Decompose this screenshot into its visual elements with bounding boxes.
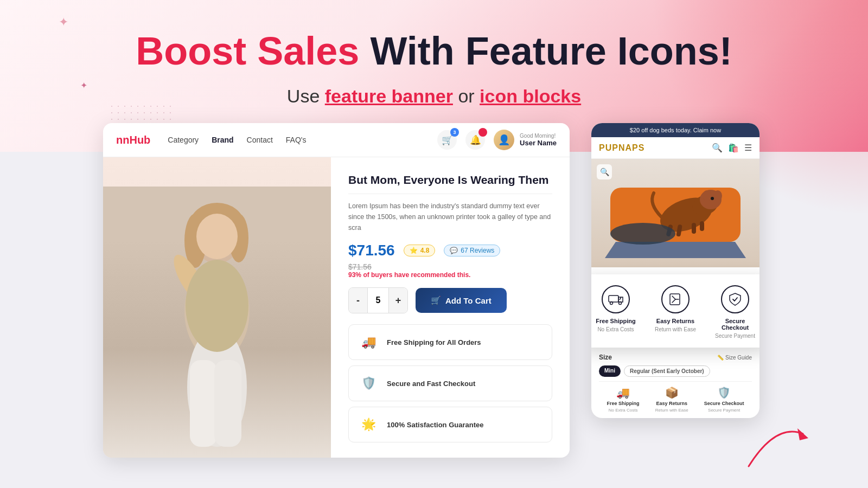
svg-point-16 — [703, 190, 711, 201]
svg-marker-28 — [797, 428, 808, 440]
feature-guarantee: 🌟 100% Satisfaction Guarantee — [348, 407, 552, 442]
mobile-feature-row: 🚚 Free Shipping No Extra Costs 📦 Easy Re… — [599, 381, 752, 413]
feature-icons-card: Free Shipping No Extra Costs Easy Return… — [591, 274, 760, 348]
svg-point-26 — [619, 302, 622, 305]
nav-links: Category Brand Contact FAQ's — [168, 136, 420, 144]
size-guide-link[interactable]: 📏 Size Guide — [717, 355, 752, 361]
size-regular[interactable]: Regular (Sent Early October) — [624, 365, 710, 377]
size-mini[interactable]: Mini — [599, 365, 621, 377]
svg-rect-9 — [214, 360, 241, 447]
fic-returns: Easy Returns Return with Ease — [654, 285, 697, 339]
svg-marker-12 — [605, 242, 746, 258]
cart-icon-btn[interactable]: 🛒 3 — [437, 130, 457, 150]
desktop-mockup: nnHub Category Brand Contact FAQ's 🛒 3 🔔… — [103, 123, 570, 458]
dog-svg — [599, 160, 751, 266]
brand-logo: nnHub — [116, 134, 150, 146]
cart-badge: 3 — [450, 128, 459, 137]
mobile-zoom-btn[interactable]: 🔍 — [597, 164, 612, 179]
mobile-nav: PUPNAPS 🔍 🛍️ ☰ — [591, 137, 760, 159]
nav-right: 🛒 3 🔔 👤 Good Morning! User Name — [437, 130, 557, 150]
mobile-cart-icon[interactable]: 🛍️ — [728, 143, 739, 153]
mfr-shipping-icon: 🚚 — [616, 386, 630, 399]
user-info: Good Morning! User Name — [520, 133, 557, 147]
fic-secure-icon — [721, 285, 749, 313]
header-section: Boost Sales With Feature Icons! Use feat… — [0, 0, 868, 107]
mobile-mockup-wrapper: $20 off dog beds today. Claim now PUPNAP… — [591, 123, 765, 458]
product-details: But Mom, Everyone Is Wearing Them Lorem … — [331, 157, 570, 458]
feature-checkout-label: Secure and Fast Checkout — [387, 380, 475, 388]
mobile-product-img: 🔍 — [591, 159, 760, 267]
price-original: $71.56 — [348, 262, 552, 271]
mfr-returns-title: Easy Returns — [656, 401, 687, 406]
desktop-body: But Mom, Everyone Is Wearing Them Lorem … — [103, 157, 570, 458]
arrow-svg — [743, 418, 808, 472]
size-options: Mini Regular (Sent Early October) — [599, 365, 752, 377]
username: User Name — [520, 139, 557, 147]
feature-banners: 🚚 Free Shipping for All Orders 🛡️ Secure… — [348, 324, 552, 442]
price-row: $71.56 ⭐ 4.8 💬 67 Reviews — [348, 242, 552, 259]
qty-decrease[interactable]: - — [349, 288, 367, 313]
mfr-secure: 🛡️ Secure Checkout Secure Payment — [704, 386, 744, 413]
mfr-secure-icon: 🛡️ — [717, 386, 731, 399]
fic-shipping-sub: No Extra Costs — [597, 326, 634, 332]
fic-shipping-title: Free Shipping — [596, 318, 635, 324]
nav-category[interactable]: Category — [168, 136, 199, 144]
price-main: $71.56 — [348, 242, 395, 259]
mfr-secure-sub: Secure Payment — [708, 408, 740, 413]
mfr-shipping-title: Free Shipping — [607, 401, 640, 406]
rating-badge: ⭐ 4.8 — [404, 245, 436, 256]
product-title: But Mom, Everyone Is Wearing Them — [348, 172, 552, 187]
mobile-menu-icon[interactable]: ☰ — [744, 143, 752, 153]
fic-secure: Secure Checkout Secure Payment — [713, 285, 757, 339]
svg-point-4 — [196, 214, 238, 259]
svg-rect-22 — [700, 221, 704, 231]
fic-shipping: Free Shipping No Extra Costs — [594, 285, 637, 339]
fic-returns-title: Easy Returns — [656, 318, 694, 324]
add-to-cart-button[interactable]: 🛒 Add To Cart — [416, 288, 507, 313]
title-dark: With Feature Icons! — [370, 29, 732, 73]
fic-secure-title: Secure Checkout — [713, 318, 757, 331]
qty-cart-row: - 5 + 🛒 Add To Cart — [348, 287, 552, 313]
promo-bar[interactable]: $20 off dog beds today. Claim now — [591, 123, 760, 137]
product-divider — [348, 194, 552, 194]
mobile-size-row: Size 📏 Size Guide — [599, 354, 752, 361]
shipping-icon: 🚚 — [358, 331, 379, 353]
feature-banner-link[interactable]: feature banner — [325, 86, 453, 106]
mfr-returns-icon: 📦 — [665, 386, 679, 399]
icon-blocks-link[interactable]: icon blocks — [480, 86, 581, 106]
product-desc: Lorem Ipsum has been the industry's stan… — [348, 201, 552, 233]
mobile-size-label: Size — [599, 354, 612, 361]
nav-brand[interactable]: Brand — [212, 136, 233, 144]
svg-rect-21 — [692, 223, 696, 234]
notification-badge — [478, 128, 487, 137]
mfr-returns-sub: Return with Ease — [655, 408, 688, 413]
svg-point-10 — [186, 260, 248, 352]
feature-shipping: 🚚 Free Shipping for All Orders — [348, 324, 552, 360]
user-avatar: 👤 — [494, 130, 514, 150]
svg-point-25 — [610, 302, 613, 305]
fic-shipping-icon — [602, 285, 630, 313]
mobile-search-icon[interactable]: 🔍 — [712, 143, 723, 153]
notification-icon-btn[interactable]: 🔔 — [465, 130, 485, 150]
recommend-text: 93% of buyers have recommended this. — [348, 271, 552, 279]
main-title: Boost Sales With Feature Icons! — [0, 30, 868, 73]
subtitle: Use feature banner or icon blocks — [0, 86, 868, 107]
guarantee-icon: 🌟 — [358, 414, 379, 435]
feature-shipping-label: Free Shipping for All Orders — [387, 338, 481, 346]
user-greeting: Good Morning! — [520, 133, 557, 139]
review-badge: 💬 67 Reviews — [444, 245, 500, 256]
svg-rect-24 — [609, 296, 618, 302]
mobile-brand: PUPNAPS — [599, 143, 644, 153]
svg-point-17 — [713, 190, 722, 201]
svg-point-23 — [610, 223, 675, 245]
nav-contact[interactable]: Contact — [247, 136, 273, 144]
mfr-shipping-sub: No Extra Costs — [609, 408, 638, 413]
subtitle-or: or — [458, 86, 480, 106]
woman-svg — [125, 192, 309, 452]
checkout-icon: 🛡️ — [358, 373, 379, 394]
title-red: Boost Sales — [136, 29, 359, 73]
mobile-nav-icons: 🔍 🛍️ ☰ — [712, 143, 752, 153]
qty-increase[interactable]: + — [389, 288, 407, 313]
nav-faqs[interactable]: FAQ's — [286, 136, 307, 144]
feature-guarantee-label: 100% Satisfaction Guarantee — [387, 421, 483, 429]
